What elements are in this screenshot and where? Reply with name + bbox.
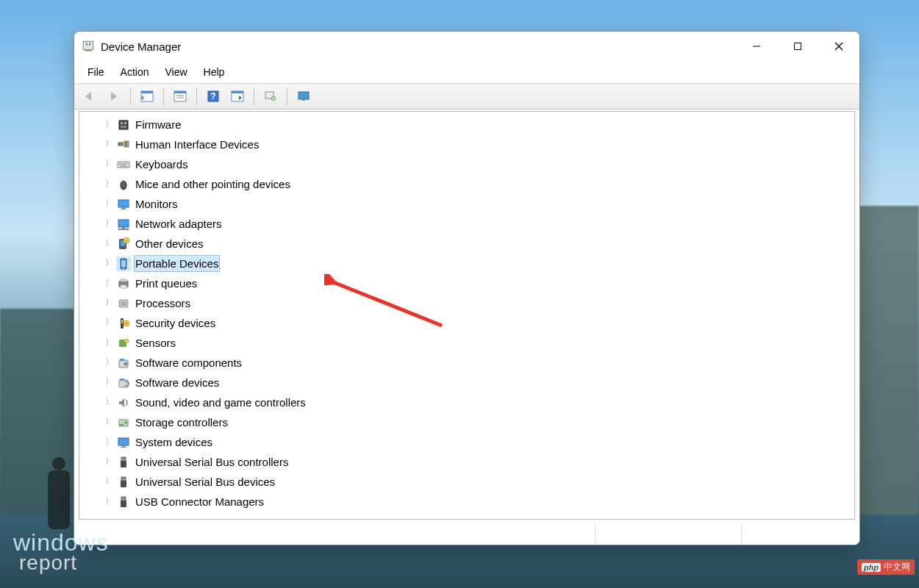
toolbar-show-tree-button[interactable]: [136, 86, 158, 107]
tree-item-label: System devices: [134, 434, 214, 451]
menu-file[interactable]: File: [80, 64, 112, 80]
firmware-icon: [116, 118, 131, 132]
toolbar-back-button[interactable]: [79, 86, 101, 107]
tree-item-network[interactable]: 〉Network adapters: [81, 214, 853, 234]
tree-item-label: Print queues: [134, 275, 199, 292]
menu-help[interactable]: Help: [196, 64, 232, 80]
tree-item-usb[interactable]: 〉USB Connector Managers: [81, 492, 853, 512]
tree-item-storage[interactable]: 〉Storage controllers: [81, 412, 853, 432]
expander-icon[interactable]: 〉: [103, 376, 115, 387]
tree-item-printer[interactable]: 〉Print queues: [81, 273, 853, 293]
usb-icon: [116, 475, 131, 490]
expander-icon[interactable]: 〉: [103, 158, 115, 169]
titlebar[interactable]: Device Manager: [74, 32, 859, 61]
tree-item-label: Portable Devices: [134, 255, 220, 272]
tree-item-label: Universal Serial Bus controllers: [134, 453, 290, 470]
storage-icon: [116, 415, 131, 430]
tree-item-label: Other devices: [134, 235, 205, 252]
expander-icon[interactable]: 〉: [103, 198, 115, 209]
svg-rect-84: [124, 458, 125, 459]
expander-icon[interactable]: 〉: [103, 476, 115, 487]
expander-icon[interactable]: 〉: [103, 178, 115, 189]
tree-item-firmware[interactable]: 〉Firmware: [81, 115, 853, 135]
tree-item-usb[interactable]: 〉Universal Serial Bus devices: [81, 472, 853, 492]
expander-icon[interactable]: 〉: [103, 356, 115, 368]
window-controls: [736, 32, 859, 61]
tree-item-swcomp[interactable]: 〉Software components: [81, 353, 853, 373]
cpu-icon: [116, 296, 131, 311]
toolbar-help-button[interactable]: ?: [202, 86, 224, 107]
svg-text:?: ?: [210, 91, 215, 101]
toolbar-separator: [196, 87, 197, 105]
expander-icon[interactable]: 〉: [103, 257, 115, 268]
toolbar-separator: [287, 87, 287, 105]
svg-point-66: [126, 322, 127, 323]
tree-item-label: Software components: [134, 354, 243, 371]
tree-item-label: Network adapters: [134, 215, 224, 232]
expander-icon[interactable]: 〉: [103, 337, 115, 348]
svg-rect-85: [121, 477, 126, 481]
statusbar: [74, 524, 859, 545]
expander-icon[interactable]: 〉: [103, 118, 115, 129]
expander-icon[interactable]: 〉: [103, 277, 115, 288]
usb-icon: [116, 495, 131, 509]
svg-point-51: [123, 267, 124, 268]
brand-badge: 中文网: [857, 559, 915, 575]
minimize-button[interactable]: [736, 32, 777, 61]
tree-item-monitor[interactable]: 〉Monitors: [81, 194, 853, 214]
mouse-icon: [116, 177, 131, 192]
tree-item-mouse[interactable]: 〉Mice and other pointing devices: [81, 174, 853, 194]
toolbar-monitor-button[interactable]: [293, 86, 315, 107]
menu-action[interactable]: Action: [113, 64, 157, 80]
device-manager-window: Device Manager File Action View Help ? 〉…: [74, 31, 860, 545]
maximize-button[interactable]: [777, 32, 818, 61]
tree-item-security[interactable]: 〉Security devices: [81, 313, 853, 333]
expander-icon[interactable]: 〉: [103, 317, 115, 328]
toolbar-forward-button[interactable]: [103, 86, 125, 107]
device-tree[interactable]: 〉Firmware〉Human Interface Devices〉Keyboa…: [79, 112, 854, 519]
expander-icon[interactable]: 〉: [103, 396, 115, 407]
window-title: Device Manager: [101, 40, 736, 53]
svg-rect-40: [121, 209, 126, 209]
tree-item-label: Sensors: [134, 334, 177, 351]
tree-item-sensor[interactable]: 〉Sensors: [81, 333, 853, 353]
tree-item-usb[interactable]: 〉Universal Serial Bus controllers: [81, 452, 853, 472]
tree-item-keyboard[interactable]: 〉Keyboards: [81, 154, 853, 174]
tree-item-cpu[interactable]: 〉Processors: [81, 293, 853, 313]
toolbar-action-button[interactable]: [226, 86, 248, 107]
swdev-icon: [116, 376, 131, 390]
expander-icon[interactable]: 〉: [103, 436, 115, 447]
background-silhouette: [48, 470, 70, 529]
close-button[interactable]: [818, 32, 859, 61]
expander-icon[interactable]: 〉: [103, 218, 115, 229]
system-icon: [116, 435, 131, 450]
tree-item-hid[interactable]: 〉Human Interface Devices: [81, 135, 853, 154]
expander-icon[interactable]: 〉: [103, 138, 115, 149]
svg-rect-81: [121, 457, 126, 461]
toolbar-scan-button[interactable]: [260, 86, 282, 107]
menubar: File Action View Help: [74, 61, 859, 83]
svg-rect-82: [121, 461, 126, 467]
tree-item-swdev[interactable]: 〉Software devices: [81, 373, 853, 392]
expander-icon[interactable]: 〉: [103, 495, 115, 506]
expander-icon[interactable]: 〉: [103, 237, 115, 248]
toolbar-separator: [254, 87, 254, 105]
svg-point-44: [127, 228, 129, 230]
menu-view[interactable]: View: [157, 64, 194, 80]
svg-rect-77: [120, 424, 124, 426]
tree-item-system[interactable]: 〉System devices: [81, 432, 853, 452]
tree-item-label: Monitors: [134, 196, 179, 212]
expander-icon[interactable]: 〉: [103, 456, 115, 467]
expander-icon[interactable]: 〉: [103, 297, 115, 308]
expander-icon[interactable]: 〉: [103, 416, 115, 427]
tree-item-other[interactable]: 〉?Other devices: [81, 234, 853, 254]
tree-item-label: Storage controllers: [134, 414, 229, 431]
tree-item-portable[interactable]: 〉Portable Devices: [81, 254, 853, 273]
toolbar-properties-button[interactable]: [169, 86, 191, 107]
toolbar-separator: [130, 87, 131, 105]
portable-icon: [116, 257, 131, 271]
security-icon: [116, 316, 131, 331]
watermark-line2: report: [13, 553, 109, 573]
tree-item-sound[interactable]: 〉Sound, video and game controllers: [81, 392, 853, 412]
monitor-icon: [116, 197, 131, 212]
